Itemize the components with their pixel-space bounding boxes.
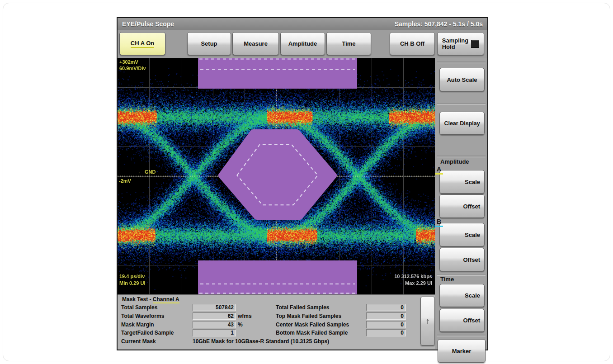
samples-readout: Samples: 507,842 - 5.1s / 5.0s xyxy=(395,20,483,28)
value-box: 62 xyxy=(193,312,236,320)
time-scale-button[interactable]: Scale xyxy=(439,284,485,307)
scope-window: EYE/Pulse Scope Samples: 507,842 - 5.1s … xyxy=(117,17,488,350)
gnd-marker-label: ← GND xyxy=(138,169,156,175)
screenshot-root: EYE/Pulse Scope Samples: 507,842 - 5.1s … xyxy=(0,0,613,364)
time-scale-readout: 19.4 ps/div xyxy=(119,274,145,279)
up-arrow-icon: ↑ xyxy=(426,317,430,326)
clear-display-button[interactable]: Clear Display xyxy=(439,112,485,135)
amplitude-label: Amplitude xyxy=(288,40,317,47)
ch-b-off-button[interactable]: CH B Off xyxy=(390,32,435,55)
eye-diagram-display[interactable]: +302mV 60.9mV/Div ← GND -2mV 19.4 ps/div… xyxy=(118,58,435,294)
table-row: Center Mask Failed Samples 0 xyxy=(276,321,406,328)
time-button[interactable]: Time xyxy=(326,32,371,55)
time-section-label: Time xyxy=(440,276,454,283)
toolbar: CH A On Setup Measure Amplitude Time CH … xyxy=(118,30,487,58)
time-scale-label: Scale xyxy=(465,292,480,299)
ch-a-on-button[interactable]: CH A On xyxy=(119,32,165,55)
current-mask-row: Current Mask 10GbE Mask for 10GBase-R St… xyxy=(121,338,329,345)
panel-divider xyxy=(437,156,486,157)
auto-scale-label: Auto Scale xyxy=(447,76,477,83)
vertical-scale-readout-top: +302mV xyxy=(119,59,138,65)
sampling-hold-label: Sampling Hold xyxy=(442,38,469,50)
value-box: 0 xyxy=(366,329,406,336)
min-ui-readout: Min 0.29 UI xyxy=(119,280,145,286)
value-box: 0 xyxy=(366,304,406,311)
vertical-scale-readout: 60.9mV/Div xyxy=(119,66,146,71)
bit-rate-readout: 10 312.576 kbps xyxy=(394,274,432,279)
panel-divider xyxy=(437,61,486,63)
table-row: Mask Margin 43 % xyxy=(121,321,243,328)
amplitude-a-offset-button[interactable]: Offset xyxy=(439,194,485,218)
b-offset-label: Offset xyxy=(463,256,480,263)
marker-button[interactable]: Marker xyxy=(438,339,486,363)
mask-test-header: Mask Test - Channel A xyxy=(122,296,179,303)
panel-divider xyxy=(437,103,486,105)
measure-label: Measure xyxy=(244,40,268,47)
marker-label: Marker xyxy=(452,348,472,355)
table-row: Bottom Mask Failed Sample 0 xyxy=(276,329,406,336)
ch-b-off-label: CH B Off xyxy=(400,40,424,47)
control-panel: Auto Scale Clear Display Amplitude Scale… xyxy=(435,58,487,349)
clear-display-label: Clear Display xyxy=(444,120,480,127)
eye-canvas xyxy=(118,58,435,294)
panel-divider xyxy=(437,335,486,336)
amplitude-section-label: Amplitude xyxy=(440,158,469,165)
auto-scale-button[interactable]: Auto Scale xyxy=(439,68,485,91)
time-offset-label: Offset xyxy=(463,317,480,324)
table-row: TargetFailed Sample 1 xyxy=(121,329,238,336)
table-row: Top Mask Failed Samples 0 xyxy=(276,312,406,320)
scroll-up-button[interactable]: ↑ xyxy=(420,297,435,345)
window-title: EYE/Pulse Scope xyxy=(122,20,174,28)
time-offset-button[interactable]: Offset xyxy=(439,309,485,332)
current-mask-value: 10GbE Mask for 10GBase-R Standard (10.31… xyxy=(193,338,329,345)
time-label: Time xyxy=(342,40,355,47)
value-box: 43 xyxy=(193,321,236,328)
value-box: 1 xyxy=(193,329,236,336)
channel-a-label: A xyxy=(435,165,443,175)
setup-button[interactable]: Setup xyxy=(187,32,231,55)
amplitude-b-offset-button[interactable]: Offset xyxy=(439,248,485,271)
mask-test-channel: Channel A xyxy=(153,296,179,303)
value-box: 0 xyxy=(366,312,406,320)
a-scale-label: Scale xyxy=(465,179,480,185)
sampling-hold-button[interactable]: Sampling Hold xyxy=(437,32,484,55)
value-box: 507842 xyxy=(193,304,236,311)
a-offset-label: Offset xyxy=(463,203,480,210)
amplitude-button[interactable]: Amplitude xyxy=(280,32,325,55)
table-row: Total Samples 507842 xyxy=(121,304,238,311)
value-box: 0 xyxy=(366,321,406,328)
setup-label: Setup xyxy=(201,40,217,47)
amplitude-a-scale-button[interactable]: Scale xyxy=(439,170,485,194)
title-bar: EYE/Pulse Scope Samples: 507,842 - 5.1s … xyxy=(118,18,487,30)
channel-b-color-bar xyxy=(435,226,443,227)
table-row: Total Failed Samples 0 xyxy=(276,304,406,311)
amplitude-b-scale-button[interactable]: Scale xyxy=(439,223,485,246)
measure-button[interactable]: Measure xyxy=(232,32,279,55)
table-row: Total Waveforms 62 wfms xyxy=(121,312,252,320)
ch-a-on-label: CH A On xyxy=(131,40,154,48)
offset-readout: -2mV xyxy=(119,178,131,184)
channel-a-color-bar xyxy=(435,173,443,175)
channel-b-label: B xyxy=(435,218,443,227)
b-scale-label: Scale xyxy=(465,232,480,238)
max-ui-readout: Max 2.29 UI xyxy=(405,280,432,286)
sampling-hold-indicator xyxy=(471,40,479,48)
mask-test-panel: Mask Test - Channel A Total Samples 5078… xyxy=(118,294,435,349)
